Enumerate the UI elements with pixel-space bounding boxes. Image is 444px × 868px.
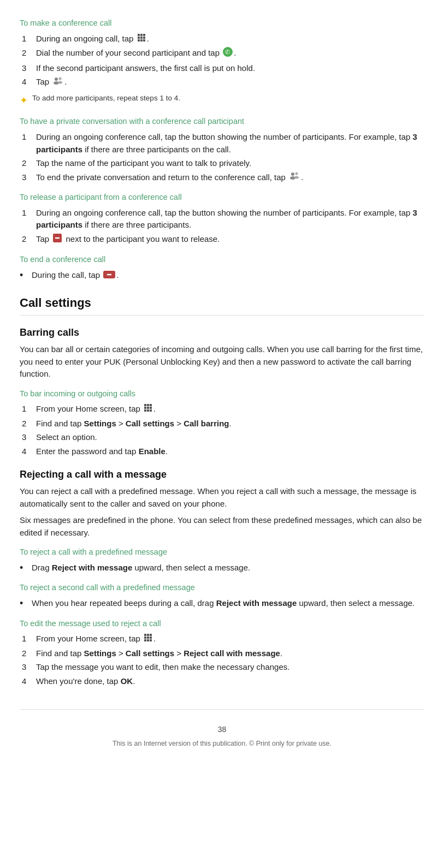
tip-box: ✦ To add more participants, repeat steps… [20,93,424,108]
release-participant-title: To release a participant from a conferen… [20,192,424,204]
reject-predefined-title: To reject a call with a predefined messa… [20,546,424,558]
reject-message-desc1: You can reject a call with a predefined … [20,485,424,510]
svg-rect-28 [150,407,152,409]
barring-calls-desc1: You can bar all or certain categories of… [20,343,424,381]
svg-rect-0 [138,34,140,36]
svg-point-18 [294,176,299,179]
svg-rect-5 [143,37,145,39]
list-item: 2 Find and tap Settings > Call settings … [20,647,424,660]
barring-calls-subheading: Barring calls [20,325,424,340]
svg-rect-8 [143,39,145,41]
reject-message-subheading: Rejecting a call with a message [20,467,424,482]
release-icon [52,233,62,247]
svg-text:✆: ✆ [225,49,230,55]
divider [20,315,424,316]
list-item: 3 If the second participant answers, the… [20,62,424,75]
svg-rect-2 [143,34,145,36]
list-item: 4 When you're done, tap OK. [20,675,424,688]
endcall-icon [103,270,115,282]
grid-icon2 [144,403,152,416]
svg-rect-4 [140,37,143,39]
list-item: • Drag Reject with message upward, then … [20,562,424,574]
list-item: 1 During an ongoing conference call, tap… [20,207,424,231]
list-item: 4 Tap . [20,76,424,88]
list-item: 2 Tap the name of the participant you wa… [20,157,424,170]
svg-point-17 [295,173,298,175]
svg-rect-35 [144,637,146,639]
private-convo-title: To have a private conversation with a co… [20,116,424,128]
section-release-participant: To release a participant from a conferen… [20,192,424,246]
list-item: 2 Tap next to the participant you want t… [20,233,424,247]
release-participant-steps: 1 During an ongoing conference call, tap… [20,207,424,247]
list-item: 2 Dial the number of your second partici… [20,47,424,61]
reject-predefined-bullets: • Drag Reject with message upward, then … [20,562,424,574]
grid-icon3 [144,633,152,646]
svg-rect-7 [140,39,143,41]
svg-rect-37 [150,637,152,639]
make-conference-steps: 1 During an ongoing call, tap . 2 Dial t… [20,33,424,89]
page-footer: 38 This is an Internet version of this p… [20,709,424,749]
svg-rect-1 [140,34,143,36]
svg-rect-31 [150,409,152,412]
svg-rect-26 [144,407,146,409]
section-reject-message: Rejecting a call with a message You can … [20,467,424,687]
call-green-icon: ✆ [223,47,233,61]
list-item: 1 During an ongoing conference call, tap… [20,131,424,156]
section-barring-calls: Barring calls You can bar all or certain… [20,325,424,457]
list-item: • When you hear repeated beeps during a … [20,597,424,610]
list-item: 1 From your Home screen, tap . [20,633,424,645]
edit-reject-steps: 1 From your Home screen, tap . 2 Find an… [20,633,424,687]
reject-second-title: To reject a second call with a predefine… [20,582,424,594]
edit-reject-title: To edit the message used to reject a cal… [20,618,424,630]
svg-rect-34 [150,634,152,636]
section-end-conference: To end a conference call • During the ca… [20,254,424,282]
tip-icon: ✦ [20,93,28,108]
svg-rect-6 [138,39,140,41]
section-make-conference: To make a conference call 1 During an on… [20,17,424,108]
list-item: 1 During an ongoing call, tap . [20,33,424,45]
grid-icon [137,33,146,46]
svg-rect-33 [147,634,149,636]
list-item: 4 Enter the password and tap Enable. [20,445,424,458]
svg-rect-27 [147,407,149,409]
svg-rect-29 [144,409,146,412]
svg-rect-25 [150,404,152,406]
list-item: 1 From your Home screen, tap . [20,403,424,415]
svg-rect-39 [147,639,149,641]
svg-rect-24 [147,404,149,406]
people-icon [52,76,63,89]
page-number: 38 [20,724,424,735]
list-item: 2 Find and tap Settings > Call settings … [20,418,424,430]
end-conference-title: To end a conference call [20,254,424,266]
list-item: 3 To end the private conversation and re… [20,171,424,184]
svg-rect-23 [144,404,146,406]
svg-rect-36 [147,637,149,639]
end-conference-bullets: • During the call, tap . [20,269,424,282]
tip-text: To add more participants, repeat steps 1… [32,93,180,104]
make-conference-title: To make a conference call [20,17,424,29]
svg-rect-30 [147,409,149,412]
list-item: 3 Select an option. [20,431,424,444]
call-settings-heading: Call settings [20,294,424,312]
bar-steps: 1 From your Home screen, tap . 2 Find an… [20,403,424,457]
svg-point-14 [58,81,62,84]
svg-point-11 [55,78,58,81]
list-item: • During the call, tap . [20,269,424,282]
reject-message-desc2: Six messages are predefined in the phone… [20,514,424,539]
people-icon2 [289,171,300,184]
svg-rect-32 [144,634,146,636]
svg-rect-40 [150,639,152,641]
svg-point-13 [59,77,62,80]
svg-point-15 [291,173,294,176]
legal-text: This is an Internet version of this publ… [20,739,424,749]
svg-rect-38 [144,639,146,641]
reject-second-bullets: • When you hear repeated beeps during a … [20,597,424,610]
svg-rect-3 [138,37,140,39]
list-item: 3 Tap the message you want to edit, then… [20,661,424,674]
call-settings-section: Call settings [20,294,424,316]
private-convo-steps: 1 During an ongoing conference call, tap… [20,131,424,184]
bar-title: To bar incoming or outgoing calls [20,388,424,400]
section-private-convo: To have a private conversation with a co… [20,116,424,184]
